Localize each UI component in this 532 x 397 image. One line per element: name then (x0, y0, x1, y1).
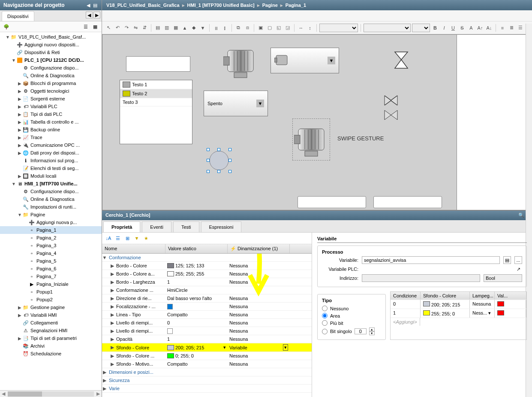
cursor-icon[interactable]: ↖ (105, 24, 112, 32)
bring-front-icon[interactable]: ▣ (257, 24, 264, 32)
bold-icon[interactable]: B (431, 24, 439, 32)
property-row[interactable]: ▶ Direzione di rie...Dal basso verso l'a… (102, 294, 312, 303)
more-icon[interactable]: ... (514, 256, 522, 264)
column-header[interactable]: Valore statico (165, 244, 228, 253)
tree-item[interactable]: ▫Pagina_4 (0, 249, 102, 257)
column-header[interactable]: Sfondo - Colore (421, 292, 470, 300)
underline-icon[interactable]: U (449, 24, 457, 32)
favorite-icon[interactable]: ★ (142, 234, 150, 242)
breadcrumb-item[interactable]: V18_PLC_Unified_Basic_Grafica (106, 3, 180, 8)
tree-toggle-icon[interactable]: ▼ (5, 35, 10, 39)
hmi-hourglass-icon[interactable] (394, 51, 409, 69)
project-tree[interactable]: ▼📁V18_PLC_Unified_Basic_Graf...➕Aggiungi… (0, 32, 102, 390)
tree-toggle-icon[interactable]: ▶ (17, 135, 22, 140)
tree-item[interactable]: ▶📑Tipi di set di parametri (0, 334, 102, 342)
tree-item[interactable]: 🔗Dispositivi & Reti (0, 48, 102, 56)
tree-item[interactable]: ▼🖥HMI_1 [MTP700 Unifie... (0, 180, 102, 188)
grid-view-icon[interactable]: ▦ (91, 23, 99, 30)
send-back-icon[interactable]: ▢ (266, 24, 274, 32)
tree-toggle-icon[interactable]: ▼ (11, 182, 16, 186)
column-header[interactable]: Dinamizzazione (1) (237, 246, 278, 251)
variable-input[interactable] (362, 256, 500, 264)
property-row[interactable]: ▶ Sfondo - Colore 200; 205; 215 ▾Variabi… (102, 343, 312, 352)
tree-toggle-icon[interactable]: ▼ (17, 212, 22, 217)
property-row[interactable]: ▶ Bordo - Colore a... 255; 255; 255Nessu… (102, 270, 312, 278)
hmi-valve-icon[interactable] (384, 109, 398, 121)
tree-item[interactable]: 🔍Online & Diagnostica (0, 195, 102, 203)
tab-events[interactable]: Eventi (142, 221, 171, 232)
tree-toggle-icon[interactable]: ▶ (17, 336, 22, 341)
category-icon[interactable]: ☰ (114, 234, 122, 242)
property-group-row[interactable]: ▶Varie (102, 385, 312, 393)
list-item[interactable]: Testo 3 (120, 98, 192, 106)
tree-toggle-icon[interactable]: ▶ (17, 112, 22, 117)
property-row[interactable]: ▶ Conformazione ...HmiCircle (102, 286, 312, 294)
tree-item[interactable]: 📝Elenchi di testi di seg... (0, 164, 102, 172)
hmi-listbox[interactable]: Testo 1 Testo 2 Testo 3 (120, 80, 192, 144)
font-shrink-icon[interactable]: A↓ (485, 24, 493, 32)
column-header[interactable]: Lampeg... (470, 292, 495, 300)
tree-item[interactable]: ▶💾Backup online (0, 126, 102, 133)
radio-piubit[interactable]: Più bit (322, 319, 381, 327)
breadcrumb-item[interactable]: Pagina_1 (286, 3, 306, 8)
column-header[interactable]: Nome (102, 244, 165, 253)
column-header[interactable]: Condizione (391, 292, 421, 300)
type-input[interactable] (484, 274, 522, 282)
ungroup-icon[interactable]: ⧈ (243, 24, 251, 32)
dist-v-icon[interactable]: ⫿ (221, 24, 229, 32)
tree-toggle-icon[interactable]: ▶ (17, 97, 22, 101)
hmi-canvas[interactable]: ▼ Testo 1 Testo 2 Testo 3 Spento ▼ (102, 34, 532, 210)
tree-toggle-icon[interactable]: ▶ (17, 143, 22, 148)
tree-item[interactable]: ▫Popup2 (0, 296, 102, 303)
tree-item[interactable]: ▶📄Sorgenti esterne (0, 95, 102, 103)
condition-row[interactable]: 0 200; 205; 215Nessuna (391, 300, 526, 309)
bring-forward-icon[interactable]: ◱ (275, 24, 283, 32)
tree-toggle-icon[interactable]: ▶ (17, 313, 22, 318)
group-icon[interactable]: ⧉ (234, 24, 242, 32)
property-row[interactable]: ▶ Linea - TipoCompattoNessuna (102, 311, 312, 319)
hmi-valve-icon[interactable] (384, 95, 398, 106)
sort-az-icon[interactable]: ↓A (105, 234, 112, 242)
tree-view-icon[interactable]: 🌳 (3, 23, 10, 30)
tree-item[interactable]: 🔍Online & Diagnostica (0, 72, 102, 79)
tree-item[interactable]: ⏰Schedulazione (0, 350, 102, 358)
tree-item[interactable]: ▫Pagina_2 (0, 234, 102, 242)
tree-item[interactable]: 🔧Impostazioni di runti... (0, 203, 102, 211)
tree-toggle-icon[interactable]: ▶ (17, 174, 22, 179)
align-bottom-icon[interactable]: ▼ (199, 24, 207, 32)
tab-texts[interactable]: Testi (173, 221, 199, 232)
strike-icon[interactable]: S (458, 24, 466, 32)
rotate-left-icon[interactable]: ↶ (114, 24, 121, 32)
tree-item[interactable]: ➕Aggiungi nuova p... (0, 218, 102, 226)
align-top-icon[interactable]: ▲ (181, 24, 189, 32)
tree-item[interactable]: ▫Pagina_5 (0, 257, 102, 265)
property-row[interactable]: ▶ Livello di riempi...0Nessuna (102, 319, 312, 327)
property-row[interactable]: ▶ Sfondo - Colore ... 0; 255; 0Nessuna (102, 352, 312, 360)
tree-item[interactable]: ▫Popup1 (0, 288, 102, 296)
breadcrumb-item[interactable]: HMI_1 [MTP700 Unified Basic] (187, 3, 255, 8)
tree-toggle-icon[interactable]: ▶ (17, 104, 22, 109)
hmi-button[interactable] (298, 196, 366, 208)
tree-item[interactable]: ⚙Configurazione dispo... (0, 188, 102, 195)
properties-grid-body[interactable]: ▼Conformazione▶ Bordo - Colore 125; 125;… (102, 254, 312, 397)
tree-toggle-icon[interactable]: ▶ (17, 81, 22, 86)
text-right-icon[interactable]: ☰ (517, 24, 524, 32)
list-item[interactable]: Testo 1 (120, 80, 192, 89)
font-grow-icon[interactable]: A↑ (476, 24, 484, 32)
tree-item[interactable]: ℹInformazioni sul prog... (0, 157, 102, 164)
property-row[interactable]: ▶ Bordo - Colore 125; 125; 133Nessuna (102, 262, 312, 270)
dist-h-icon[interactable]: ⫼ (212, 24, 220, 32)
tree-item[interactable]: ▶🔌Comunicazione OPC ... (0, 141, 102, 149)
address-input[interactable] (362, 274, 480, 282)
list-item[interactable]: Testo 2 (120, 89, 192, 98)
property-group-row[interactable]: ▼Conformazione (102, 254, 312, 262)
tree-item[interactable]: ⚠Segnalazioni HMI (0, 327, 102, 334)
tree-item[interactable]: 🔗Collegamenti (0, 319, 102, 327)
filter-icon[interactable]: ▼ (133, 234, 141, 242)
font-color-icon[interactable]: A (467, 24, 475, 32)
radio-area[interactable]: Area (322, 312, 381, 319)
tree-item[interactable]: ▼📁Pagine (0, 211, 102, 218)
tree-item[interactable]: ⚙Configurazione dispo... (0, 64, 102, 72)
property-row[interactable]: ▶ Bordo - Larghezza1Nessuna (102, 278, 312, 286)
breadcrumb-item[interactable]: Pagine (262, 3, 278, 8)
